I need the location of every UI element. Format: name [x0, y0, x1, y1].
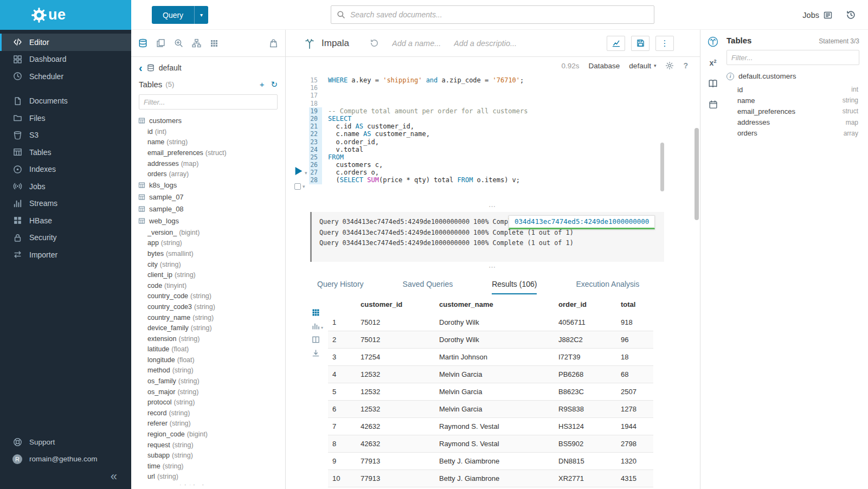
assist-column[interactable]: os_major(string) [131, 387, 285, 397]
database-name[interactable]: default [159, 63, 182, 72]
calendar-icon[interactable] [709, 100, 718, 109]
assist-column[interactable]: country_name(string) [131, 312, 285, 323]
sidebar-item-security[interactable]: Security [0, 229, 131, 247]
table-row[interactable]: 175012Dorothy Wilk4056711918 [328, 314, 653, 331]
right-column-row[interactable]: namestring [726, 95, 859, 106]
documents-assist-icon[interactable] [156, 38, 165, 48]
sidebar-item-hbase[interactable]: HBase [0, 212, 131, 229]
sidebar-item-documents[interactable]: Documents [0, 93, 131, 110]
assist-column[interactable]: email_preferences(struct) [131, 147, 285, 158]
sql-editor[interactable]: 15WHERE a.key = 'shipping' and a.zip_cod… [286, 74, 700, 200]
assist-column[interactable]: bytes(smallint) [131, 248, 285, 259]
assist-column[interactable]: orders(array) [131, 169, 285, 179]
query-description-input[interactable] [454, 39, 517, 48]
assist-column[interactable]: client_ip(string) [131, 269, 285, 280]
data-source-icon[interactable] [138, 38, 147, 48]
column-header[interactable]: total [616, 296, 653, 314]
column-header[interactable]: customer_name [435, 296, 554, 314]
bag-icon[interactable] [269, 38, 278, 48]
table-row[interactable]: 275012Dorothy WilkJ882C296 [328, 331, 653, 349]
table-row[interactable]: 512532Melvin GarciaB8623C2507 [328, 383, 653, 401]
tab-saved-queries[interactable]: Saved Queries [403, 280, 453, 294]
engine-label[interactable]: Impala [322, 38, 349, 49]
tab-execution-analysis[interactable]: Execution Analysis [576, 280, 639, 294]
assist-column[interactable]: protocol(string) [131, 397, 285, 408]
sidebar-item-indexes[interactable]: Indexes [0, 161, 131, 178]
column-header[interactable]: order_id [554, 296, 616, 314]
page-scrollbar[interactable] [695, 128, 699, 220]
assist-column[interactable]: longitude(float) [131, 355, 285, 365]
query-name-input[interactable] [392, 39, 447, 48]
assist-column[interactable]: country_code3(string) [131, 301, 285, 312]
assist-column[interactable]: latitude(float) [131, 344, 285, 355]
hue-logo[interactable]: ue [0, 0, 131, 30]
jobs-link[interactable]: Jobs [802, 11, 833, 20]
assist-column[interactable]: app(string) [131, 238, 285, 249]
sidebar-item-files[interactable]: Files [0, 110, 131, 127]
assist-column[interactable]: country_code(string) [131, 291, 285, 302]
assist-column[interactable]: time(string) [131, 461, 285, 472]
resize-handle[interactable]: ⋯ [286, 200, 700, 212]
download-icon[interactable] [312, 349, 320, 357]
tab-query-history[interactable]: Query History [317, 280, 364, 294]
sidebar-item-dashboard[interactable]: Dashboard [0, 51, 131, 68]
column-header[interactable]: customer_id [356, 296, 435, 314]
right-column-row[interactable]: email_preferencesstruct [726, 106, 859, 117]
sidebar-item-support[interactable]: Support [0, 434, 131, 451]
right-filter-input[interactable] [726, 50, 859, 65]
assist-column[interactable]: city(string) [131, 259, 285, 270]
refresh-icon[interactable]: ↻ [271, 80, 278, 88]
sidebar-item-editor[interactable]: Editor [0, 34, 131, 51]
statement-menu-icon[interactable]: ▾ [294, 183, 305, 190]
execute-options-caret[interactable]: ▾ [305, 170, 307, 176]
sidebar-item-user[interactable]: R romain@gethue.com [0, 451, 131, 467]
table-row[interactable]: 412532Melvin GarciaPB626868 [328, 366, 653, 383]
table-row[interactable]: 317254Martin JohnsonI72T3918 [328, 349, 653, 366]
assist-column[interactable]: extension(string) [131, 333, 285, 344]
new-query-button[interactable]: Query ▾ [152, 6, 208, 24]
assist-table[interactable]: k8s_logs [131, 179, 285, 191]
assist-column[interactable]: request(string) [131, 440, 285, 451]
info-icon[interactable]: i [726, 73, 734, 80]
functions-icon[interactable]: x2 [710, 59, 717, 67]
execute-button[interactable]: ▾ [294, 166, 307, 176]
grid-view-icon[interactable] [312, 308, 320, 317]
assist-column[interactable]: _version_(bigint) [131, 227, 285, 238]
assist-column[interactable]: subapp(string) [131, 450, 285, 461]
columns-view-icon[interactable] [312, 336, 320, 344]
table-row[interactable]: 612532Melvin GarciaR9S8381278 [328, 401, 653, 418]
sidebar-item-jobs[interactable]: Jobs [0, 178, 131, 195]
tab-results[interactable]: Results (106) [492, 280, 537, 294]
right-column-row[interactable]: idint [726, 84, 859, 95]
assist-column[interactable]: device_family(string) [131, 323, 285, 333]
save-button[interactable] [631, 36, 650, 51]
assist-column[interactable]: addresses(map) [131, 158, 285, 169]
statement-counter[interactable]: Statement 3/3 [819, 37, 859, 45]
impala-circle-icon[interactable] [708, 36, 718, 47]
editor-history-icon[interactable] [370, 38, 379, 48]
assist-column[interactable]: id(int) [131, 126, 285, 137]
assist-column[interactable]: method(string) [131, 365, 285, 376]
help-icon[interactable]: ? [683, 61, 688, 70]
apps-grid-icon[interactable] [210, 39, 218, 48]
assist-table[interactable]: customers [131, 114, 285, 126]
sidebar-item-tables[interactable]: Tables [0, 144, 131, 161]
search-plus-icon[interactable] [174, 38, 183, 48]
sidebar-item-scheduler[interactable]: Scheduler [0, 68, 131, 85]
assist-column[interactable]: user_agent(string) [131, 482, 285, 485]
assist-table[interactable]: sample_07 [131, 191, 285, 203]
table-row[interactable]: 842632Raymond S. VestalBS59022798 [328, 435, 653, 453]
assist-column[interactable]: url(string) [131, 472, 285, 482]
assist-column[interactable]: code(tinyint) [131, 280, 285, 291]
chart-button[interactable] [607, 36, 625, 51]
assist-column[interactable]: name(string) [131, 137, 285, 148]
assist-table[interactable]: web_logs [131, 215, 285, 227]
assist-table[interactable]: sample_08 [131, 203, 285, 215]
back-chevron-icon[interactable]: ‹ [139, 62, 143, 73]
assist-column[interactable]: os_family(string) [131, 376, 285, 387]
right-column-row[interactable]: addressesmap [726, 117, 859, 128]
table-row[interactable]: 742632Raymond S. VestalHS31241944 [328, 418, 653, 435]
assist-column[interactable]: record(string) [131, 408, 285, 419]
table-row[interactable]: 977913Betty J. GiambroneDN88151320 [328, 453, 653, 470]
settings-gear-icon[interactable] [665, 61, 674, 70]
